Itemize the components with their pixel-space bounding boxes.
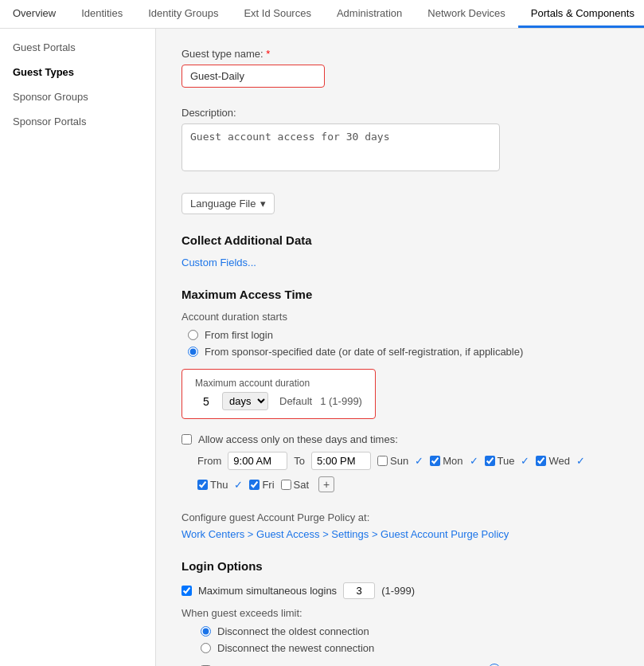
day-tue: Tue xyxy=(485,455,515,467)
disconnect-oldest-radio[interactable] xyxy=(201,626,211,637)
check-wed-icon: ✓ xyxy=(521,455,529,467)
day-wed-checkbox[interactable] xyxy=(536,456,546,466)
guest-type-name-input[interactable] xyxy=(181,65,325,88)
day-sat: Sat xyxy=(281,479,310,491)
sidebar-item-guest-portals[interactable]: Guest Portals xyxy=(0,35,155,60)
radio-sponsor-date-row: From sponsor-specified date (or date of … xyxy=(188,346,619,358)
language-file-dropdown[interactable]: Language File ▾ xyxy=(181,193,275,214)
max-account-duration-label: Maximum account duration xyxy=(195,378,362,389)
tab-identity-groups[interactable]: Identity Groups xyxy=(135,0,231,28)
allow-access-checkbox-row: Allow access only on these days and time… xyxy=(181,433,619,445)
disconnect-newest-row: Disconnect the newest connection xyxy=(201,642,619,654)
login-options-title: Login Options xyxy=(181,559,619,573)
day-tue-checkbox[interactable] xyxy=(485,456,495,466)
check-tue-icon: ✓ xyxy=(470,455,478,467)
check-thu-icon: ✓ xyxy=(576,455,585,467)
main-content: Guest type name: * Description: Guest ac… xyxy=(156,29,644,666)
when-exceeds-label: When guest exceeds limit: xyxy=(181,607,619,619)
duration-value-input[interactable] xyxy=(195,395,217,408)
max-simultaneous-checkbox[interactable] xyxy=(181,586,192,596)
max-simultaneous-label: Maximum simultaneous logins xyxy=(198,585,337,597)
radio-sponsor-date-label: From sponsor-specified date (or date of … xyxy=(205,346,523,358)
day-thu-label: Thu xyxy=(210,479,228,491)
login-options-section: Login Options Maximum simultaneous login… xyxy=(181,559,619,666)
tab-portals-components[interactable]: Portals & Components xyxy=(518,0,644,28)
time-day-row: From To Sun ✓ Mon ✓ Tue ✓ xyxy=(197,452,619,492)
description-section: Description: Guest account access for 30… xyxy=(181,107,619,174)
disconnect-oldest-row: Disconnect the oldest connection xyxy=(201,625,619,637)
radio-first-login-row: From first login xyxy=(188,329,619,341)
from-time-input[interactable] xyxy=(228,452,287,470)
disconnect-newest-radio[interactable] xyxy=(201,643,211,653)
allow-access-label: Allow access only on these days and time… xyxy=(198,433,398,445)
day-wed: Wed xyxy=(536,455,570,467)
day-sun-checkbox[interactable] xyxy=(377,456,388,466)
allow-access-checkbox[interactable] xyxy=(181,434,192,445)
tab-administration[interactable]: Administration xyxy=(324,0,415,28)
to-time-input[interactable] xyxy=(311,452,371,470)
maximum-access-time-title: Maximum Access Time xyxy=(181,288,619,301)
duration-default-label: Default xyxy=(279,395,312,407)
chevron-down-icon: ▾ xyxy=(260,198,266,210)
day-fri: Fri xyxy=(249,479,274,491)
account-duration-starts-label: Account duration starts xyxy=(181,311,619,323)
top-navigation: Overview Identities Identity Groups Ext … xyxy=(0,0,644,29)
max-account-duration-wrapper: Maximum account duration days Default 1 … xyxy=(181,369,619,427)
day-wed-label: Wed xyxy=(548,455,570,467)
guest-type-name-section: Guest type name: * xyxy=(181,48,619,88)
sidebar-item-sponsor-groups[interactable]: Sponsor Groups xyxy=(0,84,155,109)
check-fri-icon: ✓ xyxy=(234,479,243,491)
description-input[interactable]: Guest account access for 30 days xyxy=(181,123,500,171)
day-thu: Thu xyxy=(197,479,228,491)
max-simultaneous-logins-row: Maximum simultaneous logins (1-999) xyxy=(181,582,619,599)
day-mon-checkbox[interactable] xyxy=(430,456,440,466)
tab-identities[interactable]: Identities xyxy=(68,0,135,28)
radio-first-login-label: From first login xyxy=(205,329,273,341)
from-label: From xyxy=(197,455,221,467)
account-duration-radio-group: From first login From sponsor-specified … xyxy=(188,329,619,358)
collect-additional-data-title: Collect Additional Data xyxy=(181,233,619,247)
exceed-limit-radio-group: Disconnect the oldest connection Disconn… xyxy=(201,625,619,666)
day-thu-checkbox[interactable] xyxy=(197,480,208,490)
sidebar-item-guest-types[interactable]: Guest Types xyxy=(0,60,155,84)
sidebar-item-sponsor-portals[interactable]: Sponsor Portals xyxy=(0,109,155,134)
disconnect-newest-label: Disconnect the newest connection xyxy=(217,642,374,654)
purge-policy-label: Configure guest Account Purge Policy at: xyxy=(181,511,619,523)
custom-fields-link[interactable]: Custom Fields... xyxy=(181,257,256,268)
tab-ext-id-sources[interactable]: Ext Id Sources xyxy=(231,0,324,28)
radio-sponsor-date[interactable] xyxy=(188,347,198,357)
day-sun: Sun xyxy=(377,455,408,467)
duration-range-label: 1 (1-999) xyxy=(320,395,362,407)
day-mon-label: Mon xyxy=(443,455,463,467)
day-fri-checkbox[interactable] xyxy=(249,480,260,490)
day-tue-label: Tue xyxy=(498,455,515,467)
description-label: Description: xyxy=(181,107,619,119)
page-layout: Guest Portals Guest Types Sponsor Groups… xyxy=(0,29,644,666)
tab-network-devices[interactable]: Network Devices xyxy=(415,0,518,28)
collect-additional-data-section: Collect Additional Data Custom Fields... xyxy=(181,233,619,268)
max-simultaneous-input[interactable] xyxy=(343,582,375,599)
day-fri-label: Fri xyxy=(262,479,274,491)
disconnect-oldest-label: Disconnect the oldest connection xyxy=(217,625,369,637)
radio-first-login[interactable] xyxy=(188,330,198,340)
max-simultaneous-range: (1-999) xyxy=(381,585,415,597)
day-sat-checkbox[interactable] xyxy=(281,480,291,490)
tab-overview[interactable]: Overview xyxy=(0,0,68,28)
check-mon-icon: ✓ xyxy=(415,455,423,467)
language-file-label: Language File xyxy=(190,198,256,210)
guest-type-name-label: Guest type name: * xyxy=(181,48,619,60)
purge-policy-section: Configure guest Account Purge Policy at:… xyxy=(181,511,619,540)
purge-policy-link[interactable]: Work Centers > Guest Access > Settings >… xyxy=(181,528,509,540)
sidebar: Guest Portals Guest Types Sponsor Groups… xyxy=(0,29,156,666)
duration-box: Maximum account duration days Default 1 … xyxy=(181,369,376,419)
day-mon: Mon xyxy=(430,455,463,467)
to-label: To xyxy=(294,455,305,467)
required-indicator: * xyxy=(266,48,270,60)
day-sat-label: Sat xyxy=(294,479,310,491)
language-file-section: Language File ▾ xyxy=(181,193,619,214)
duration-unit-select[interactable]: days xyxy=(222,392,268,410)
maximum-access-time-section: Maximum Access Time Account duration sta… xyxy=(181,288,619,492)
add-time-button[interactable]: + xyxy=(318,476,334,492)
day-sun-label: Sun xyxy=(390,455,408,467)
